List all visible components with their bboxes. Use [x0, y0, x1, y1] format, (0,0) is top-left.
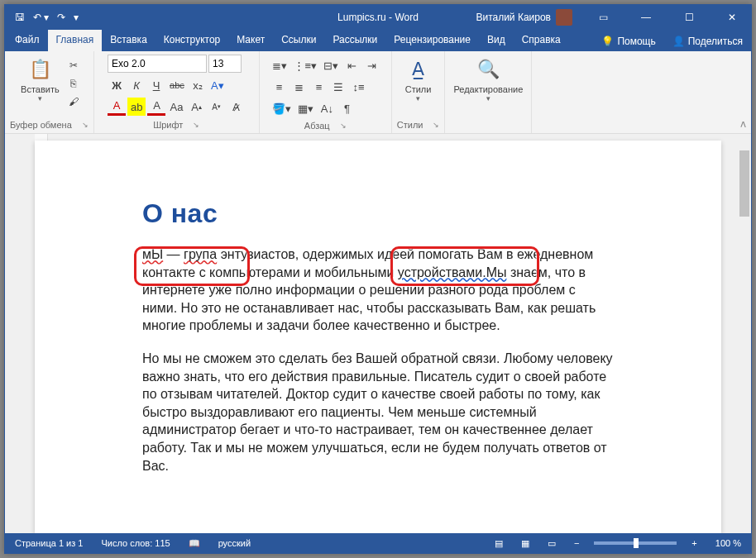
page[interactable]: О нас мЫ — група энтузиастов, одержимых …	[35, 141, 721, 533]
minimize-icon[interactable]: —	[627, 5, 665, 30]
lightbulb-icon: 💡	[601, 36, 614, 47]
outdent-icon[interactable]: ⇤	[342, 56, 361, 74]
web-layout-icon[interactable]: ▭	[544, 538, 559, 549]
paragraph-1[interactable]: мЫ — група энтузиастов, одержимых идеей …	[142, 246, 614, 335]
group-label: Буфер обмена	[10, 120, 72, 130]
document-area[interactable]: О нас мЫ — група энтузиастов, одержимых …	[5, 134, 751, 533]
font-color-button[interactable]: A	[108, 98, 126, 116]
user-name: Виталий Каиров	[476, 12, 551, 23]
status-language[interactable]: русский	[215, 538, 254, 548]
proofing-icon[interactable]: 📖	[185, 538, 203, 549]
window-title: Lumpics.ru - Word	[337, 12, 419, 23]
zoom-out-icon[interactable]: −	[571, 538, 582, 548]
dialog-launcher-icon[interactable]: ↘	[193, 121, 199, 129]
close-icon[interactable]: ✕	[713, 5, 751, 30]
change-case-button[interactable]: Aa	[167, 98, 185, 116]
scrollbar-thumb[interactable]	[739, 150, 749, 217]
print-layout-icon[interactable]: ▦	[518, 538, 533, 549]
indent-icon[interactable]: ⇥	[362, 56, 380, 74]
justify-icon[interactable]: ☰	[329, 78, 347, 96]
tab-mailings[interactable]: Рассылки	[324, 30, 385, 51]
paste-button[interactable]: 📋 Вставить ▾	[17, 55, 63, 104]
shading-icon[interactable]: 🪣▾	[270, 99, 294, 117]
group-styles: A̲ Стили ▾ Стили↘	[392, 51, 446, 133]
tab-view[interactable]: Вид	[479, 30, 514, 51]
bullets-icon[interactable]: ≣▾	[270, 56, 289, 74]
tab-help[interactable]: Справка	[514, 30, 569, 51]
copy-icon[interactable]: ⎘	[66, 76, 81, 91]
styles-button[interactable]: A̲ Стили ▾	[402, 55, 435, 104]
save-icon[interactable]: 🖫	[15, 12, 25, 23]
format-painter-icon[interactable]: 🖌	[66, 94, 81, 109]
group-font: Ж К Ч abє x₂ A▾ A ab A Aa A▴ A▾ A̷ Шрифт	[94, 51, 260, 133]
status-words[interactable]: Число слов: 115	[98, 538, 173, 548]
showmarks-icon[interactable]: ¶	[337, 99, 356, 117]
zoom-thumb[interactable]	[634, 538, 639, 548]
group-clipboard: 📋 Вставить ▾ ✂ ⎘ 🖌 Буфер обмена↘	[5, 51, 94, 133]
borders-icon[interactable]: ▦▾	[295, 99, 316, 117]
tab-file[interactable]: Файл	[7, 30, 48, 51]
collapse-ribbon-icon[interactable]: ʌ	[740, 118, 746, 130]
group-label: Шрифт	[153, 120, 183, 130]
paragraph-2[interactable]: Но мы не сможем это сделать без Вашей об…	[142, 350, 614, 475]
highlight-button[interactable]: ab	[127, 98, 146, 116]
italic-button[interactable]: К	[127, 76, 146, 94]
group-label: Абзац	[304, 121, 330, 131]
tab-references[interactable]: Ссылки	[273, 30, 324, 51]
group-label: Стили	[397, 120, 423, 130]
grow-font-button[interactable]: A▴	[187, 98, 205, 116]
zoom-value[interactable]: 100 %	[712, 538, 744, 548]
avatar	[556, 9, 572, 26]
tab-tell-me[interactable]: 💡Помощь	[593, 30, 663, 51]
align-center-icon[interactable]: ≣	[289, 78, 308, 96]
font-name-input[interactable]	[108, 55, 207, 73]
multilevel-icon[interactable]: ⊟▾	[321, 56, 341, 74]
ribbon-options-icon[interactable]: ▭	[584, 5, 622, 30]
maximize-icon[interactable]: ☐	[670, 5, 708, 30]
tab-layout[interactable]: Макет	[228, 30, 273, 51]
vertical-scrollbar[interactable]	[738, 134, 751, 533]
cut-icon[interactable]: ✂	[66, 58, 81, 73]
numbering-icon[interactable]: ⋮≡▾	[291, 56, 319, 74]
shrink-font-button[interactable]: A▾	[207, 98, 225, 116]
editing-button[interactable]: 🔍 Редактирование ▾	[450, 55, 526, 104]
undo-icon[interactable]: ↶ ▾	[33, 12, 49, 23]
dialog-launcher-icon[interactable]: ↘	[433, 121, 439, 129]
status-page[interactable]: Страница 1 из 1	[12, 538, 86, 548]
dialog-launcher-icon[interactable]: ↘	[82, 121, 89, 129]
font-color2-button[interactable]: A	[147, 98, 165, 116]
search-icon: 🔍	[475, 56, 501, 83]
read-mode-icon[interactable]: ▤	[491, 538, 506, 549]
group-editing: 🔍 Редактирование ▾	[445, 51, 532, 133]
align-right-icon[interactable]: ≡	[309, 78, 328, 96]
tab-design[interactable]: Конструктор	[156, 30, 228, 51]
tab-home[interactable]: Главная	[48, 30, 103, 51]
zoom-slider[interactable]	[594, 541, 677, 545]
sort-icon[interactable]: A↓	[318, 99, 336, 117]
user-account[interactable]: Виталий Каиров	[469, 9, 579, 26]
strike-button[interactable]: abє	[167, 76, 187, 94]
statusbar: Страница 1 из 1 Число слов: 115 📖 русски…	[5, 533, 751, 553]
text-effects-button[interactable]: A▾	[208, 76, 227, 94]
ribbon-tabs: Файл Главная Вставка Конструктор Макет С…	[5, 30, 751, 51]
tab-insert[interactable]: Вставка	[102, 30, 156, 51]
zoom-in-icon[interactable]: +	[688, 538, 700, 548]
tab-share[interactable]: 👤Поделиться	[664, 30, 751, 51]
align-left-icon[interactable]: ≡	[270, 78, 288, 96]
clipboard-icon: 📋	[26, 56, 53, 83]
dialog-launcher-icon[interactable]: ↘	[340, 122, 347, 130]
titlebar: 🖫 ↶ ▾ ↷ ▾ Lumpics.ru - Word Виталий Каир…	[5, 5, 751, 30]
share-icon: 👤	[672, 36, 685, 47]
subscript-button[interactable]: x₂	[189, 76, 207, 94]
heading[interactable]: О нас	[142, 198, 614, 229]
group-paragraph: ≣▾ ⋮≡▾ ⊟▾ ⇤ ⇥ ≡ ≣ ≡ ☰ ↕≡ 🪣▾ ▦▾ A↓	[260, 51, 392, 133]
font-size-input[interactable]	[208, 55, 242, 73]
linespacing-icon[interactable]: ↕≡	[349, 78, 367, 96]
clear-format-button[interactable]: A̷	[227, 98, 245, 116]
bold-button[interactable]: Ж	[108, 76, 126, 94]
tab-review[interactable]: Рецензирование	[385, 30, 479, 51]
redo-icon[interactable]: ↷	[57, 12, 65, 23]
underline-button[interactable]: Ч	[147, 76, 165, 94]
styles-icon: A̲	[405, 56, 432, 83]
qat-customize-icon[interactable]: ▾	[74, 12, 79, 23]
